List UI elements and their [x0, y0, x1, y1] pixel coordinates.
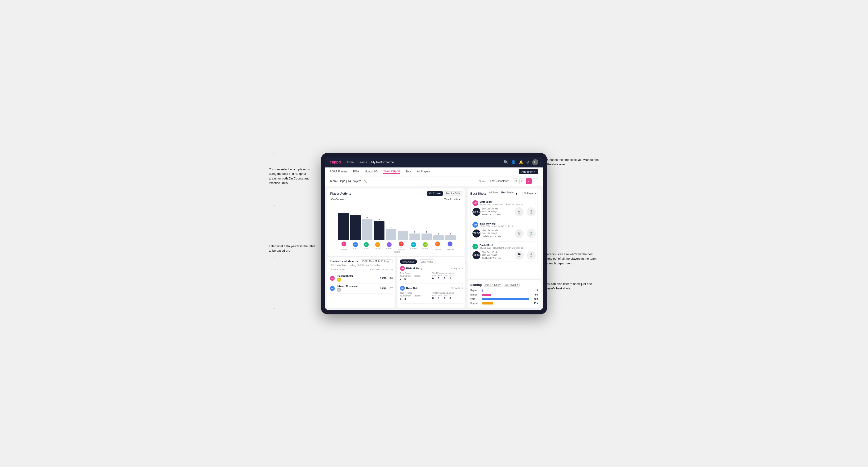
mini-avatar[interactable]: BM [341, 241, 346, 247]
user-icon[interactable]: 👤 [511, 160, 516, 164]
subnav-hcaps[interactable]: Hcaps 1-5 [365, 170, 378, 174]
subnav-tour[interactable]: Tour [406, 170, 411, 174]
practice-title: Practice Leaderboards [330, 260, 358, 262]
view-heart-icon[interactable]: ♥ [526, 178, 532, 184]
mini-avatar[interactable]: RB [411, 242, 416, 247]
subnav-team-clippd[interactable]: Team Clippd [383, 169, 400, 174]
shot-dist-badge: 43 yds [515, 229, 524, 238]
tab-least-active[interactable]: Least Active [418, 259, 436, 264]
shot-item[interactable]: MM Matt Miller 09 Jun 2023 · Royal North… [470, 198, 538, 218]
rounds-row: Total Rounds Tournament Practice 7 6 Tot… [400, 272, 463, 281]
mini-avatar[interactable]: EC [435, 241, 440, 247]
tab-best-shots[interactable]: All Shots [488, 191, 499, 196]
subnav-all-players[interactable]: All Players [417, 170, 430, 174]
subnav-pga[interactable]: PGA [353, 170, 359, 174]
leaderboard-row[interactable]: EC Edward Crossman 2 18/20 107 [330, 283, 393, 294]
bar-col[interactable] [422, 234, 432, 240]
leaderboard-row[interactable]: RB Richard Butler 1 19/20 110 [330, 273, 393, 283]
mini-avatar[interactable]: MM [423, 242, 428, 247]
col-pb-avg: PB AVG SQ [381, 269, 393, 271]
bar-group: 9 [374, 219, 384, 240]
mini-avatar[interactable]: BB [353, 242, 358, 247]
practice-card-header: Practice Leaderboards PUTT Must Make Put… [330, 259, 393, 263]
bar-col[interactable] [362, 219, 372, 240]
shot-stats-row: 198 SG Shot Dist: 16 yds Start Lie: Roug… [472, 251, 536, 260]
mini-avatar[interactable]: EE [386, 242, 392, 247]
player-activity-title: Player Activity [330, 192, 351, 195]
scoring-player-filter[interactable]: All Players ▾ [504, 283, 520, 286]
mini-avatar[interactable]: OB [399, 241, 404, 247]
chart-with-yaxis: 15 10 5 0 13 12 [331, 202, 461, 240]
practice-activities-section: Total Practice Activities GTT0 APP0 ARG0… [432, 292, 463, 301]
practice-filter-select[interactable]: PUTT Must Make Putting ... [361, 259, 393, 263]
mini-avatar[interactable]: DF [364, 242, 369, 247]
view-detail-icon[interactable]: ≡ [533, 178, 538, 184]
bar-col[interactable] [386, 229, 396, 239]
bar-col[interactable] [374, 221, 384, 240]
card-header: Player Activity On Course Practice Drill… [330, 191, 462, 196]
bar-col[interactable] [445, 236, 456, 239]
bar-group: 5 [386, 227, 396, 239]
x-label: O. Billingham [398, 247, 405, 250]
total-rounds-section: Total Rounds Tournament Practice 8 4 [400, 292, 431, 301]
chart-filter-select[interactable]: Total Rounds ▾ [443, 198, 461, 201]
subnav-pgat[interactable]: PGAT Players [330, 170, 347, 174]
shot-player-avatar: BM [472, 222, 478, 228]
shot-badge: 198 SG [472, 251, 480, 259]
time-filter-select[interactable]: Last 3 months ▾ [489, 179, 510, 183]
bar-col[interactable] [350, 215, 361, 240]
active-player-header: RB Rees Britt 02 Sep 2023 [400, 286, 463, 291]
shots-players-filter[interactable]: All Players ▾ [522, 192, 538, 195]
search-icon[interactable]: 🔍 [503, 160, 508, 164]
mini-avatar[interactable]: LR [447, 241, 453, 247]
player-name: Edward Crossman [337, 285, 358, 287]
player-avatar-item: RB R. Butler [410, 242, 416, 249]
shot-item[interactable]: DF David Ford 24 Aug 2023 · Royal North … [470, 242, 538, 262]
view-grid-icon[interactable]: ⊞ [513, 178, 519, 184]
shot-dist-badge: 16 yds [515, 251, 524, 260]
add-team-button[interactable]: Add Team + [519, 169, 538, 174]
x-label: L. Robertson [446, 247, 454, 250]
bar-group: 13 [338, 210, 349, 240]
leaderboard-rows: RB Richard Butler 1 19/20 110 EC Edward … [330, 273, 393, 294]
scoring-title: Scoring [470, 283, 482, 286]
tab-all-shots[interactable]: Best Shots [500, 191, 515, 196]
nav-link-teams[interactable]: Teams [358, 160, 367, 164]
col-player-name: PLAYER NAME [330, 269, 367, 271]
x-label: E. Ebert [386, 248, 392, 249]
shot-item[interactable]: BM Blair McHarg 23 Jul 2023 · Ashridge G… [470, 220, 538, 240]
view-list-icon[interactable]: ⊟ [519, 178, 525, 184]
add-icon[interactable]: ⊕ [526, 160, 529, 164]
shot-player-info: David Ford 24 Aug 2023 · Royal North Dev… [479, 244, 533, 249]
bar-col[interactable] [338, 213, 349, 240]
leaderboard-avatar: RB [330, 276, 335, 281]
scoring-par-filter[interactable]: Par 3, 4 & 5s ▾ [484, 283, 502, 286]
shot-end-badge: 0 yds [527, 207, 536, 216]
active-player-name: RB Rees Britt [400, 286, 418, 291]
shot-player-avatar: MM [472, 200, 478, 206]
view-icons: ⊞ ⊟ ♥ ≡ [513, 178, 538, 184]
bell-icon[interactable]: 🔔 [519, 160, 523, 164]
bar-col[interactable] [433, 236, 444, 239]
bar-value: 2 [438, 233, 439, 235]
tab-most-active[interactable]: Most Active [400, 259, 417, 264]
bar-col[interactable] [409, 234, 420, 240]
scoring-bar-wrap [483, 289, 529, 292]
nav-link-home[interactable]: Home [346, 160, 354, 164]
bar-value: 4 [402, 229, 403, 231]
nav-link-performance[interactable]: My Performance [371, 160, 394, 164]
scoring-header: Scoring Par 3, 4 & 5s ▾ All Players ▾ [470, 283, 538, 286]
bar-col[interactable] [398, 231, 408, 240]
mini-avatar[interactable]: JC [375, 242, 380, 247]
active-avatar: RB [400, 286, 405, 291]
bar-value: 3 [426, 231, 427, 233]
scoring-count: 96 [531, 293, 538, 296]
player-info: Richard Butler 1 [337, 275, 378, 282]
shot-end-badge: 0 yds [527, 229, 536, 238]
active-player-header: BM Blair McHarg 26 Aug 2023 [400, 266, 463, 271]
practice-drills-toggle[interactable]: Practice Drills [444, 191, 462, 196]
avatar[interactable]: U [532, 159, 538, 165]
col-pb-score: PB SCORE [369, 269, 380, 271]
edit-icon[interactable]: ✏️ [364, 180, 367, 183]
on-course-toggle[interactable]: On Course [427, 191, 443, 196]
